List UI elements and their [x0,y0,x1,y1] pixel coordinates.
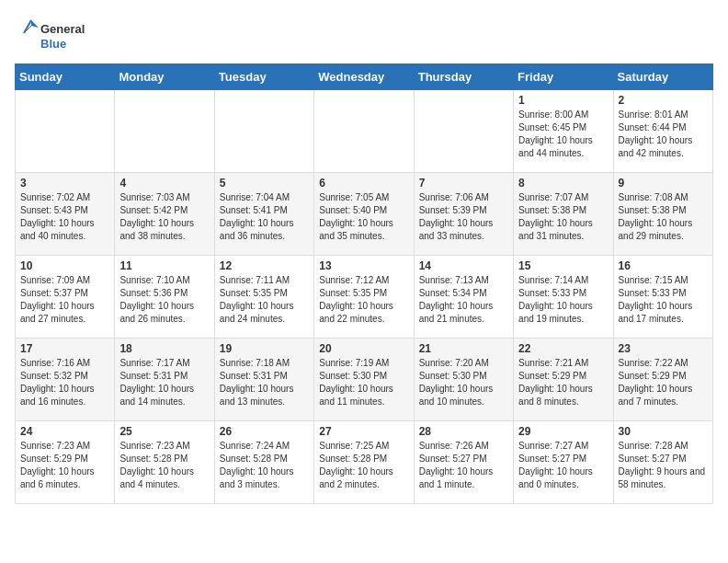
page-header: General Blue [15,15,713,56]
day-number: 11 [119,259,209,272]
cell-content: Sunrise: 7:04 AMSunset: 5:41 PMDaylight:… [220,191,309,243]
calendar-cell: 5Sunrise: 7:04 AMSunset: 5:41 PMDaylight… [214,173,313,256]
calendar-table: SundayMondayTuesdayWednesdayThursdayFrid… [15,63,713,504]
calendar-cell: 14Sunrise: 7:13 AMSunset: 5:34 PMDayligh… [414,256,513,339]
cell-content: Sunrise: 7:05 AMSunset: 5:40 PMDaylight:… [319,191,408,243]
calendar-cell: 16Sunrise: 7:15 AMSunset: 5:33 PMDayligh… [613,256,712,339]
calendar-cell: 7Sunrise: 7:06 AMSunset: 5:39 PMDaylight… [414,173,513,256]
day-number: 7 [419,177,508,190]
calendar-cell: 24Sunrise: 7:23 AMSunset: 5:29 PMDayligh… [16,421,115,504]
calendar-cell: 13Sunrise: 7:12 AMSunset: 5:35 PMDayligh… [314,256,414,339]
day-number: 23 [619,342,708,355]
cell-content: Sunrise: 7:20 AMSunset: 5:30 PMDaylight:… [419,357,508,408]
day-number: 14 [419,259,508,272]
day-number: 1 [518,94,608,107]
calendar-week-row: 10Sunrise: 7:09 AMSunset: 5:37 PMDayligh… [16,256,713,339]
calendar-cell: 25Sunrise: 7:23 AMSunset: 5:28 PMDayligh… [115,421,214,504]
calendar-cell: 6Sunrise: 7:05 AMSunset: 5:40 PMDaylight… [314,173,414,256]
calendar-cell [214,90,313,173]
calendar-cell: 9Sunrise: 7:08 AMSunset: 5:38 PMDaylight… [613,173,712,256]
cell-content: Sunrise: 7:07 AMSunset: 5:38 PMDaylight:… [518,191,608,243]
cell-content: Sunrise: 7:23 AMSunset: 5:29 PMDaylight:… [20,440,109,491]
weekday-header: Thursday [414,64,513,90]
weekday-header: Sunday [16,64,115,90]
cell-content: Sunrise: 7:09 AMSunset: 5:37 PMDaylight:… [20,274,109,326]
calendar-week-row: 3Sunrise: 7:02 AMSunset: 5:43 PMDaylight… [16,173,713,256]
calendar-cell: 22Sunrise: 7:21 AMSunset: 5:29 PMDayligh… [514,339,613,421]
day-number: 12 [220,259,309,272]
day-number: 16 [619,259,708,272]
day-number: 26 [220,425,309,438]
svg-marker-2 [31,20,39,28]
cell-content: Sunrise: 7:22 AMSunset: 5:29 PMDaylight:… [619,357,708,408]
cell-content: Sunrise: 7:12 AMSunset: 5:35 PMDaylight:… [319,274,408,326]
cell-content: Sunrise: 7:03 AMSunset: 5:42 PMDaylight:… [119,191,209,243]
calendar-cell: 10Sunrise: 7:09 AMSunset: 5:37 PMDayligh… [16,256,115,339]
calendar-cell: 27Sunrise: 7:25 AMSunset: 5:28 PMDayligh… [314,421,414,504]
cell-content: Sunrise: 7:02 AMSunset: 5:43 PMDaylight:… [20,191,109,243]
cell-content: Sunrise: 7:10 AMSunset: 5:36 PMDaylight:… [119,274,209,326]
cell-content: Sunrise: 7:26 AMSunset: 5:27 PMDaylight:… [419,440,508,491]
calendar-cell: 19Sunrise: 7:18 AMSunset: 5:31 PMDayligh… [214,339,313,421]
weekday-header: Wednesday [314,64,414,90]
cell-content: Sunrise: 7:18 AMSunset: 5:31 PMDaylight:… [220,357,309,408]
calendar-cell: 12Sunrise: 7:11 AMSunset: 5:35 PMDayligh… [214,256,313,339]
cell-content: Sunrise: 7:11 AMSunset: 5:35 PMDaylight:… [220,274,309,326]
cell-content: Sunrise: 7:14 AMSunset: 5:33 PMDaylight:… [518,274,608,326]
svg-text:Blue: Blue [40,37,66,51]
logo: General Blue [15,15,107,56]
calendar-cell: 21Sunrise: 7:20 AMSunset: 5:30 PMDayligh… [414,339,513,421]
day-number: 2 [619,94,708,107]
weekday-header: Saturday [613,64,712,90]
cell-content: Sunrise: 8:01 AMSunset: 6:44 PMDaylight:… [619,109,708,160]
cell-content: Sunrise: 8:00 AMSunset: 6:45 PMDaylight:… [518,109,608,160]
cell-content: Sunrise: 7:13 AMSunset: 5:34 PMDaylight:… [419,274,508,326]
cell-content: Sunrise: 7:06 AMSunset: 5:39 PMDaylight:… [419,191,508,243]
day-number: 28 [419,425,508,438]
calendar-cell: 2Sunrise: 8:01 AMSunset: 6:44 PMDaylight… [613,90,712,173]
calendar-cell: 11Sunrise: 7:10 AMSunset: 5:36 PMDayligh… [115,256,214,339]
day-number: 25 [119,425,209,438]
weekday-header: Tuesday [214,64,313,90]
day-number: 8 [518,177,608,190]
day-number: 20 [319,342,408,355]
calendar-cell: 28Sunrise: 7:26 AMSunset: 5:27 PMDayligh… [414,421,513,504]
calendar-cell [16,90,115,173]
calendar-week-row: 1Sunrise: 8:00 AMSunset: 6:45 PMDaylight… [16,90,713,173]
calendar-cell: 17Sunrise: 7:16 AMSunset: 5:32 PMDayligh… [16,339,115,421]
weekday-header-row: SundayMondayTuesdayWednesdayThursdayFrid… [16,64,713,90]
day-number: 13 [319,259,408,272]
calendar-cell: 29Sunrise: 7:27 AMSunset: 5:27 PMDayligh… [514,421,613,504]
calendar-cell: 30Sunrise: 7:28 AMSunset: 5:27 PMDayligh… [613,421,712,504]
cell-content: Sunrise: 7:24 AMSunset: 5:28 PMDaylight:… [220,440,309,491]
cell-content: Sunrise: 7:27 AMSunset: 5:27 PMDaylight:… [518,440,608,491]
weekday-header: Friday [514,64,613,90]
calendar-cell [115,90,214,173]
calendar-cell: 26Sunrise: 7:24 AMSunset: 5:28 PMDayligh… [214,421,313,504]
day-number: 24 [20,425,109,438]
day-number: 21 [419,342,508,355]
calendar-cell: 15Sunrise: 7:14 AMSunset: 5:33 PMDayligh… [514,256,613,339]
day-number: 5 [220,177,309,190]
calendar-cell: 4Sunrise: 7:03 AMSunset: 5:42 PMDaylight… [115,173,214,256]
cell-content: Sunrise: 7:16 AMSunset: 5:32 PMDaylight:… [20,357,109,408]
svg-text:General: General [40,22,85,36]
calendar-cell: 1Sunrise: 8:00 AMSunset: 6:45 PMDaylight… [514,90,613,173]
calendar-week-row: 17Sunrise: 7:16 AMSunset: 5:32 PMDayligh… [16,339,713,421]
day-number: 29 [518,425,608,438]
calendar-cell: 18Sunrise: 7:17 AMSunset: 5:31 PMDayligh… [115,339,214,421]
calendar-cell: 20Sunrise: 7:19 AMSunset: 5:30 PMDayligh… [314,339,414,421]
cell-content: Sunrise: 7:25 AMSunset: 5:28 PMDaylight:… [319,440,408,491]
cell-content: Sunrise: 7:15 AMSunset: 5:33 PMDaylight:… [619,274,708,326]
weekday-header: Monday [115,64,214,90]
day-number: 4 [119,177,209,190]
cell-content: Sunrise: 7:21 AMSunset: 5:29 PMDaylight:… [518,357,608,408]
cell-content: Sunrise: 7:28 AMSunset: 5:27 PMDaylight:… [619,440,708,491]
logo-svg: General Blue [15,15,107,56]
day-number: 18 [119,342,209,355]
day-number: 10 [20,259,109,272]
day-number: 22 [518,342,608,355]
day-number: 6 [319,177,408,190]
calendar-cell: 3Sunrise: 7:02 AMSunset: 5:43 PMDaylight… [16,173,115,256]
cell-content: Sunrise: 7:08 AMSunset: 5:38 PMDaylight:… [619,191,708,243]
